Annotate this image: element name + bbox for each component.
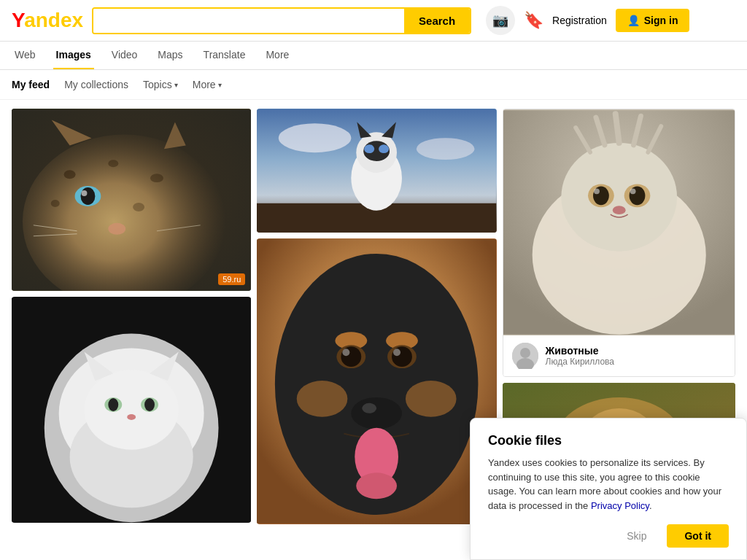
svg-point-30 [417,138,475,160]
cookie-gotit-button[interactable]: Got it [667,524,729,533]
search-button[interactable]: Search [404,9,470,33]
svg-point-35 [365,144,375,153]
camera-search-button[interactable]: 📷 [486,6,515,35]
svg-point-68 [630,188,635,194]
search-input[interactable] [93,9,404,33]
svg-point-20 [84,370,178,449]
subnav-more[interactable]: More ▾ [193,79,222,90]
registration-button[interactable]: Registration [552,15,607,26]
avatar [512,343,538,369]
svg-point-10 [108,223,125,235]
image-column-1: 59.ru [12,109,251,523]
tab-maps[interactable]: Maps [155,42,185,69]
svg-point-24 [144,398,155,411]
svg-point-25 [127,414,136,420]
svg-point-53 [297,381,348,417]
subnav-topics[interactable]: Topics ▾ [143,79,178,90]
svg-point-54 [406,381,457,417]
svg-point-3 [81,187,96,205]
svg-point-48 [393,349,400,356]
tab-video[interactable]: Video [109,42,141,69]
svg-point-22 [108,398,118,411]
cookie-actions: Skip Got it [488,524,729,533]
bookmark-button[interactable]: 🔖 [524,11,543,30]
cookie-banner: Cookie files Yandex uses cookies to pers… [470,418,747,533]
svg-point-49 [352,397,403,429]
svg-point-50 [363,403,377,413]
subnav-mycollections[interactable]: My collections [64,76,128,93]
svg-point-71 [520,348,530,358]
leopard-card[interactable]: 59.ru [12,109,251,291]
header-icons: 📷 🔖 Registration 👤 Sign in [486,6,689,35]
svg-point-52 [357,472,398,499]
husky-card[interactable] [257,109,496,233]
svg-point-4 [82,190,88,196]
collection-info: Животные Люда Кириллова [503,335,735,376]
svg-point-36 [379,144,389,153]
subnav-myfeed[interactable]: My feed [12,76,50,93]
signin-button[interactable]: 👤 Sign in [616,9,690,32]
logo-andex: andex [24,9,83,31]
white-cat-card[interactable] [12,297,251,523]
svg-line-58 [615,114,619,143]
svg-point-8 [51,200,60,207]
cookie-skip-button[interactable]: Skip [615,524,658,533]
tab-translate[interactable]: Translate [201,42,249,69]
svg-point-65 [594,188,600,194]
svg-point-29 [279,123,351,152]
source-badge: 59.ru [218,273,245,285]
svg-point-5 [64,170,76,179]
fluffy-cat-collection-card[interactable]: Животные Люда Кириллова [503,109,735,377]
topics-chevron-icon: ▾ [174,81,178,89]
tab-more[interactable]: More [263,42,292,69]
sub-nav: My feed My collections Topics ▾ More ▾ [0,70,747,100]
svg-point-57 [561,143,677,252]
search-bar: Search [92,7,471,34]
yandex-logo[interactable]: Yandex [12,9,83,32]
header: Yandex Search 📷 🔖 Registration 👤 Sign in [0,0,747,42]
more-chevron-icon: ▾ [218,81,222,89]
svg-point-6 [108,160,118,167]
logo-y: Y [12,9,24,31]
person-icon: 👤 [627,15,640,26]
svg-point-7 [150,174,163,182]
bookmark-icon: 🔖 [524,11,543,29]
cookie-text: Yandex uses cookies to personalize its s… [488,456,729,513]
privacy-policy-link[interactable]: Privacy Policy [591,500,649,511]
nav-tabs: Web Images Video Maps Translate More [0,42,747,70]
black-dog-card[interactable] [257,238,496,524]
tab-web[interactable]: Web [12,42,39,69]
collection-text: Животные Люда Кириллова [546,345,614,367]
cookie-title: Cookie files [488,433,729,448]
svg-point-9 [133,203,144,211]
image-column-2 [257,109,496,524]
svg-point-45 [343,349,350,356]
collection-title: Животные [546,345,614,357]
svg-point-69 [612,206,625,214]
collection-author: Люда Кириллова [546,357,614,367]
camera-icon: 📷 [492,12,508,28]
tab-images[interactable]: Images [53,42,94,69]
